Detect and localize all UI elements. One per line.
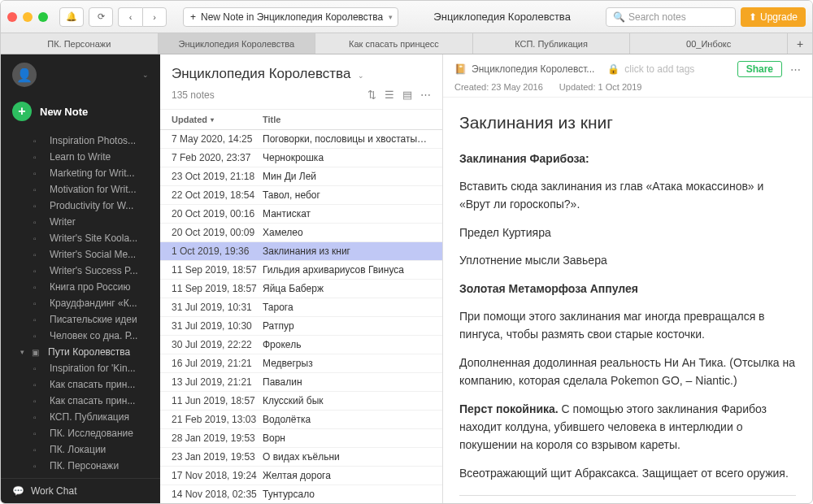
sidebar-item[interactable]: ▫Writer	[1, 214, 160, 230]
sync-button[interactable]: ⟳	[89, 7, 113, 27]
chevron-down-icon: ⌄	[142, 71, 149, 79]
upgrade-button[interactable]: ⬆ Upgrade	[741, 7, 806, 27]
sidebar-item[interactable]: ▫Inspiration Photos...	[1, 133, 160, 149]
col-title[interactable]: Title	[263, 115, 431, 124]
tags-placeholder[interactable]: click to add tags	[624, 63, 694, 75]
chevron-left-icon: ‹	[129, 12, 133, 22]
sidebar-item[interactable]: ▫Книга про Россию	[1, 279, 160, 295]
new-note-button[interactable]: + New Note	[1, 95, 160, 133]
note-row[interactable]: 23 Oct 2019, 21:18Мин Ди Лей	[160, 167, 442, 186]
sidebar-item[interactable]: ▫Learn to Write	[1, 149, 160, 165]
note-body[interactable]: Заклинания из книг Заклинания Фарибоза: …	[443, 98, 812, 503]
sidebar-item[interactable]: ▫ПК. Персонажи	[1, 458, 160, 474]
sidebar-item[interactable]: ▫Marketing for Writ...	[1, 165, 160, 181]
sidebar-item[interactable]: ▫Человек со дна. Р...	[1, 328, 160, 344]
note-row[interactable]: 30 Jul 2019, 22:22Фрокель	[160, 336, 442, 354]
sidebar-item[interactable]: ▫Writer's Site Koola...	[1, 230, 160, 246]
search-input[interactable]: 🔍 Search notes	[606, 7, 736, 27]
note-row[interactable]: 1 Oct 2019, 19:36Заклинания из книг	[160, 242, 442, 261]
filter-button[interactable]: ▤	[402, 89, 412, 101]
note-row[interactable]: 21 Feb 2019, 13:03Водолётка	[160, 411, 442, 429]
sidebar-item[interactable]: ▫ПК. Локации	[1, 441, 160, 458]
note-row[interactable]: 20 Oct 2019, 00:09Хамелео	[160, 224, 442, 242]
new-tab-button[interactable]: +	[788, 33, 812, 54]
note-row[interactable]: 7 May 2020, 14:25Поговорки, пословицы и …	[160, 130, 442, 149]
note-icon: ▫	[33, 380, 45, 389]
notifications-button[interactable]: 🔔	[59, 7, 84, 27]
tab[interactable]: 00_Инбокс	[630, 33, 788, 54]
note-title[interactable]: Заклинания из книг	[459, 109, 796, 137]
work-chat-label: Work Chat	[31, 485, 76, 497]
more-options-button[interactable]: ⋯	[420, 89, 431, 101]
col-updated[interactable]: Updated ▾	[172, 115, 263, 124]
sidebar-item-label: Writer's Social Me...	[50, 249, 136, 260]
note-date: 20 Oct 2019, 00:16	[172, 208, 263, 219]
note-paragraph: Дополненная додолинная реальность Ни Ан …	[459, 354, 796, 390]
share-button[interactable]: Share	[737, 61, 782, 77]
breadcrumb[interactable]: Энциклопедия Королевст...	[472, 63, 594, 75]
note-icon: ▫	[33, 429, 45, 438]
note-row[interactable]: 28 Jan 2019, 19:53Ворн	[160, 429, 442, 448]
sidebar-item[interactable]: ▫Писательские идеи	[1, 311, 160, 328]
note-row[interactable]: 11 Jun 2019, 18:57Клусский бык	[160, 392, 442, 411]
note-row[interactable]: 23 Jan 2019, 19:53О видах къёльни	[160, 448, 442, 467]
sidebar-item[interactable]: ▫Краудфандинг «К...	[1, 295, 160, 311]
note-date: 23 Jan 2019, 19:53	[172, 451, 263, 463]
sidebar-item[interactable]: ▫Как спасать прин...	[1, 376, 160, 393]
note-row[interactable]: 20 Oct 2019, 00:16Мантискат	[160, 205, 442, 224]
sidebar-item[interactable]: ▫Inspiration for 'Kin...	[1, 360, 160, 376]
sidebar-item[interactable]: ▫ПК. Исследование	[1, 425, 160, 441]
sidebar-item-label: Writer's Success P...	[50, 265, 138, 276]
note-icon: ▫	[33, 169, 45, 178]
note-paragraph: Золотая Метаморфоза Аппулея	[459, 280, 796, 298]
note-title-cell: Медвегрыз	[263, 358, 431, 369]
maximize-window-icon[interactable]	[38, 12, 48, 22]
tabbar: ПК. ПерсонажиЭнциклопедия КоролевстваКак…	[1, 33, 812, 54]
tab[interactable]: Энциклопедия Королевства	[159, 33, 316, 54]
close-window-icon[interactable]	[7, 12, 17, 22]
note-more-button[interactable]: ⋯	[790, 63, 801, 76]
new-note-dropdown[interactable]: + New Note in Энциклопедия Королевства ▾	[183, 7, 398, 27]
forward-button[interactable]: ›	[142, 7, 167, 27]
note-icon: ▫	[33, 185, 45, 194]
note-row[interactable]: 22 Oct 2019, 18:54Тавол, небог	[160, 186, 442, 205]
account-menu[interactable]: 👤 ⌄	[1, 54, 160, 95]
note-row[interactable]: 31 Jul 2019, 10:30Ратпур	[160, 317, 442, 336]
note-date: 17 Nov 2018, 19:24	[172, 470, 263, 481]
notebook-icon: 📔	[454, 63, 467, 75]
minimize-window-icon[interactable]	[23, 12, 33, 22]
tab[interactable]: Как спасать принцесс	[315, 33, 473, 54]
sidebar-item[interactable]: ▫Writer's Success P...	[1, 263, 160, 279]
note-row[interactable]: 11 Sep 2019, 18:57Гильдия архивариусов Г…	[160, 261, 442, 280]
note-row[interactable]: 11 Sep 2019, 18:57Яйца Баберж	[160, 280, 442, 298]
nav-buttons: ‹ ›	[118, 7, 167, 27]
sort-button[interactable]: ⇅	[367, 89, 376, 101]
note-title-cell: Тунтурсало	[263, 489, 431, 500]
tab[interactable]: ПК. Персонажи	[1, 33, 159, 54]
list-view-button[interactable]: ☰	[385, 89, 394, 101]
note-row[interactable]: 14 Nov 2018, 02:35Тунтурсало	[160, 485, 442, 503]
sidebar-item[interactable]: ▫Writer's Social Me...	[1, 246, 160, 263]
sidebar-item[interactable]: ▫Как спасать прин...	[1, 393, 160, 409]
note-row[interactable]: 17 Nov 2018, 19:24Желтая дорога	[160, 467, 442, 485]
sidebar-item[interactable]: ▫КСП. Публикация	[1, 409, 160, 425]
note-title-cell: Поговорки, пословицы и хвостатые выра...	[263, 133, 431, 145]
note-row[interactable]: 31 Jul 2019, 10:31Тарога	[160, 298, 442, 317]
note-title-cell: Тавол, небог	[263, 189, 431, 201]
sidebar-item[interactable]: ▫Motivation for Writ...	[1, 181, 160, 198]
note-icon: ▫	[33, 462, 45, 471]
note-row[interactable]: 7 Feb 2020, 23:37Чернокрошка	[160, 149, 442, 167]
work-chat-button[interactable]: 💬 Work Chat	[1, 478, 160, 503]
sidebar-item[interactable]: ▫Productivity for W...	[1, 198, 160, 214]
note-row[interactable]: 13 Jul 2019, 21:21Павалин	[160, 373, 442, 392]
note-paragraph: Предел Куртияра	[459, 224, 796, 241]
note-row[interactable]: 16 Jul 2019, 21:21Медвегрыз	[160, 354, 442, 373]
notebook-title[interactable]: Энциклопедия Королевства ⌄	[172, 66, 431, 82]
plus-circle-icon: +	[12, 102, 32, 121]
tab[interactable]: КСП. Публикация	[473, 33, 631, 54]
back-button[interactable]: ‹	[118, 7, 142, 27]
divider	[459, 495, 796, 496]
note-paragraph: При помощи этого заклинания маг иногда п…	[459, 307, 796, 344]
sidebar-folder[interactable]: ▾▣Пути Королевства	[1, 344, 160, 360]
note-date: 23 Oct 2019, 21:18	[172, 171, 263, 182]
